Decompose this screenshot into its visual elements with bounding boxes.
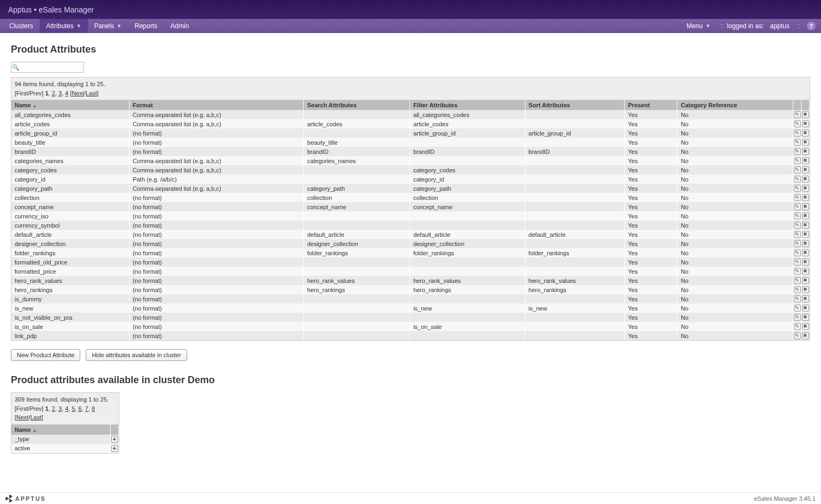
delete-icon[interactable]: ✖ xyxy=(802,203,809,210)
page-link[interactable]: 2 xyxy=(52,405,55,412)
delete-icon[interactable]: ✖ xyxy=(802,148,809,155)
nav-item-reports[interactable]: Reports xyxy=(128,19,164,33)
delete-icon[interactable]: ✖ xyxy=(802,268,809,275)
edit-icon[interactable]: ✎ xyxy=(794,148,801,155)
delete-icon[interactable]: ✖ xyxy=(802,212,809,219)
page-link[interactable]: 4 xyxy=(65,405,68,412)
page-link[interactable]: 3 xyxy=(59,90,62,96)
page-next[interactable]: Next xyxy=(16,414,29,421)
edit-icon[interactable]: ✎ xyxy=(794,305,801,312)
edit-icon[interactable]: ✎ xyxy=(794,277,801,284)
edit-icon[interactable]: ✎ xyxy=(794,314,801,321)
delete-icon[interactable]: ✖ xyxy=(802,277,809,284)
nav-item-attributes[interactable]: Attributes▼ xyxy=(40,19,88,33)
table-row[interactable]: article_codesComma-separated list (e.g. … xyxy=(11,119,810,128)
table-row[interactable]: is_on_sale(no format)is_on_saleYesNo✎✖ xyxy=(11,322,810,331)
edit-icon[interactable]: ✎ xyxy=(794,332,801,339)
table-row[interactable]: is_dummy(no format)YesNo✎✖ xyxy=(11,294,810,303)
add-icon[interactable]: + xyxy=(111,445,118,452)
edit-icon[interactable]: ✎ xyxy=(794,130,801,137)
add-icon[interactable]: + xyxy=(111,436,118,443)
delete-icon[interactable]: ✖ xyxy=(802,286,809,293)
menu-dropdown[interactable]: Menu ▼ xyxy=(680,22,717,30)
table-row[interactable]: hero_rankings(no format)hero_rankingsher… xyxy=(11,285,810,294)
table-row[interactable]: beauty_title(no format)beauty_titleYesNo… xyxy=(11,138,810,147)
table-row[interactable]: _type+ xyxy=(11,435,119,444)
edit-icon[interactable]: ✎ xyxy=(794,111,801,118)
page-last[interactable]: Last xyxy=(30,414,42,421)
delete-icon[interactable]: ✖ xyxy=(802,240,809,247)
delete-icon[interactable]: ✖ xyxy=(802,305,809,312)
page-link[interactable]: 3 xyxy=(59,405,62,412)
delete-icon[interactable]: ✖ xyxy=(802,139,809,146)
column-header[interactable]: Category Reference xyxy=(677,100,793,110)
delete-icon[interactable]: ✖ xyxy=(802,185,809,192)
help-icon[interactable]: ? xyxy=(807,22,816,30)
edit-icon[interactable]: ✎ xyxy=(794,268,801,275)
nav-item-admin[interactable]: Admin xyxy=(164,19,195,33)
delete-icon[interactable]: ✖ xyxy=(802,176,809,183)
delete-icon[interactable]: ✖ xyxy=(802,249,809,256)
page-link[interactable]: 2 xyxy=(52,90,55,96)
edit-icon[interactable]: ✎ xyxy=(794,157,801,164)
nav-item-panels[interactable]: Panels▼ xyxy=(88,19,129,33)
nav-item-clusters[interactable]: Clusters xyxy=(3,19,40,33)
edit-icon[interactable]: ✎ xyxy=(794,212,801,219)
edit-icon[interactable]: ✎ xyxy=(794,240,801,247)
column-header[interactable]: Filter Attributes xyxy=(410,100,525,110)
hide-attributes-button[interactable]: Hide attributes available in cluster xyxy=(86,349,187,361)
column-header[interactable]: Name▲ xyxy=(11,425,111,435)
table-row[interactable]: hero_rank_values(no format)hero_rank_val… xyxy=(11,276,810,285)
search-input[interactable] xyxy=(20,63,84,72)
edit-icon[interactable]: ✎ xyxy=(794,176,801,183)
column-header[interactable]: Search Attributes xyxy=(304,100,410,110)
delete-icon[interactable]: ✖ xyxy=(802,111,809,118)
edit-icon[interactable]: ✎ xyxy=(794,323,801,330)
delete-icon[interactable]: ✖ xyxy=(802,259,809,266)
table-row[interactable]: categories_namesComma-separated list (e.… xyxy=(11,156,810,165)
delete-icon[interactable]: ✖ xyxy=(802,323,809,330)
table-row[interactable]: default_article(no format)default_articl… xyxy=(11,230,810,239)
table-row[interactable]: currency_symbol(no format)YesNo✎✖ xyxy=(11,221,810,230)
edit-icon[interactable]: ✎ xyxy=(794,222,801,229)
table-row[interactable]: formatted_old_price(no format)YesNo✎✖ xyxy=(11,257,810,267)
table-row[interactable]: designer_collection(no format)designer_c… xyxy=(11,239,810,248)
table-row[interactable]: formatted_price(no format)YesNo✎✖ xyxy=(11,267,810,276)
edit-icon[interactable]: ✎ xyxy=(794,139,801,146)
table-row[interactable]: category_codesComma-separated list (e.g.… xyxy=(11,165,810,175)
delete-icon[interactable]: ✖ xyxy=(802,222,809,229)
table-row[interactable]: concept_name(no format)concept_nameconce… xyxy=(11,202,810,211)
delete-icon[interactable]: ✖ xyxy=(802,332,809,339)
table-row[interactable]: article_group_id(no format)article_group… xyxy=(11,128,810,138)
edit-icon[interactable]: ✎ xyxy=(794,286,801,293)
delete-icon[interactable]: ✖ xyxy=(802,130,809,137)
table-row[interactable]: link_pdp(no format)YesNo✎✖ xyxy=(11,331,810,340)
delete-icon[interactable]: ✖ xyxy=(802,194,809,201)
edit-icon[interactable]: ✎ xyxy=(794,194,801,201)
delete-icon[interactable]: ✖ xyxy=(802,231,809,238)
table-row[interactable]: folder_rankings(no format)folder_ranking… xyxy=(11,248,810,257)
column-header[interactable]: Format xyxy=(129,100,304,110)
delete-icon[interactable]: ✖ xyxy=(802,166,809,173)
page-link[interactable]: 5 xyxy=(72,405,75,412)
edit-icon[interactable]: ✎ xyxy=(794,295,801,302)
table-row[interactable]: all_categories_codesComma-separated list… xyxy=(11,110,810,119)
edit-icon[interactable]: ✎ xyxy=(794,231,801,238)
page-link[interactable]: 6 xyxy=(78,405,81,412)
edit-icon[interactable]: ✎ xyxy=(794,166,801,173)
table-row[interactable]: currency_iso(no format)YesNo✎✖ xyxy=(11,211,810,221)
delete-icon[interactable]: ✖ xyxy=(802,120,809,127)
column-header[interactable]: Present xyxy=(625,100,677,110)
table-row[interactable]: collection(no format)collectioncollectio… xyxy=(11,193,810,202)
delete-icon[interactable]: ✖ xyxy=(802,157,809,164)
edit-icon[interactable]: ✎ xyxy=(794,259,801,266)
table-row[interactable]: category_pathComma-separated list (e.g. … xyxy=(11,184,810,193)
column-header[interactable]: Sort Attributes xyxy=(525,100,624,110)
table-row[interactable]: is_new(no format)is_newis_newYesNo✎✖ xyxy=(11,303,810,313)
page-last[interactable]: Last xyxy=(86,90,97,96)
delete-icon[interactable]: ✖ xyxy=(802,295,809,302)
edit-icon[interactable]: ✎ xyxy=(794,120,801,127)
table-row[interactable]: is_not_visible_on_pra(no format)YesNo✎✖ xyxy=(11,313,810,322)
search-box[interactable]: 🔍 xyxy=(11,62,84,73)
table-row[interactable]: active+ xyxy=(11,444,119,453)
